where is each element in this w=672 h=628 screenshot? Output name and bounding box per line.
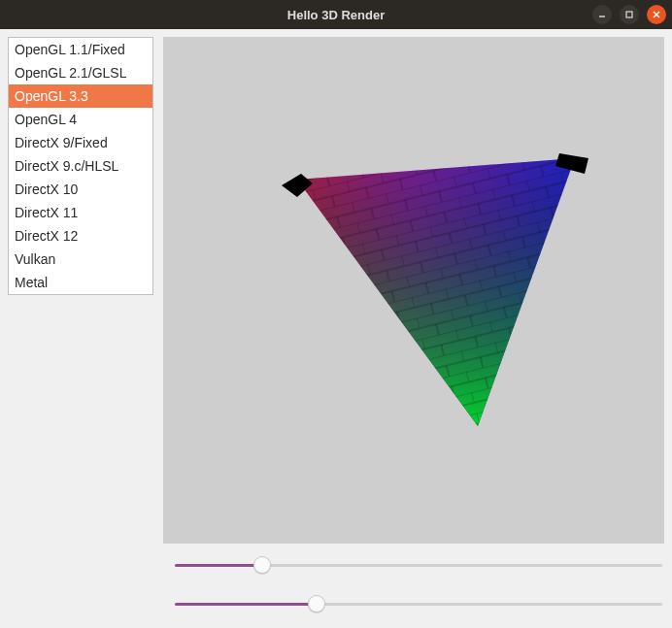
renderer-item[interactable]: DirectX 11 [9,201,152,224]
minimize-button[interactable] [592,5,612,24]
content-area: OpenGL 1.1/FixedOpenGL 2.1/GLSLOpenGL 3.… [0,29,672,551]
renderer-item[interactable]: DirectX 9.c/HLSL [9,154,152,178]
titlebar: Hello 3D Render [0,0,672,29]
renderer-item[interactable]: Vulkan [9,248,152,271]
svg-rect-12 [229,145,598,436]
sliders-area [0,551,672,613]
slider-1-track [262,564,662,567]
slider-1-thumb[interactable] [253,556,271,574]
renderer-item[interactable]: DirectX 9/Fixed [9,131,152,154]
renderer-item[interactable]: DirectX 12 [9,224,152,248]
close-button[interactable] [647,5,666,24]
maximize-button[interactable] [620,5,639,24]
slider-1[interactable] [175,555,662,575]
triangle-render [229,145,598,436]
renderer-item[interactable]: OpenGL 3.3 [9,84,152,108]
slider-2[interactable] [175,594,662,613]
slider-2-track [317,603,662,606]
minimize-icon [597,10,607,19]
slider-2-track-fill [175,603,317,606]
slider-2-thumb[interactable] [308,595,325,612]
renderer-listbox[interactable]: OpenGL 1.1/FixedOpenGL 2.1/GLSLOpenGL 3.… [8,37,153,295]
renderer-item[interactable]: DirectX 10 [9,178,152,201]
svg-rect-1 [626,12,632,17]
window-controls [592,0,666,29]
render-viewport [163,37,664,544]
renderer-item[interactable]: Metal [9,271,152,294]
renderer-item[interactable]: OpenGL 1.1/Fixed [9,38,152,61]
renderer-item[interactable]: OpenGL 2.1/GLSL [9,61,152,84]
close-icon [652,10,661,19]
slider-1-track-fill [175,564,262,567]
window-title: Hello 3D Render [287,8,385,22]
renderer-item[interactable]: OpenGL 4 [9,108,152,131]
maximize-icon [624,10,634,19]
